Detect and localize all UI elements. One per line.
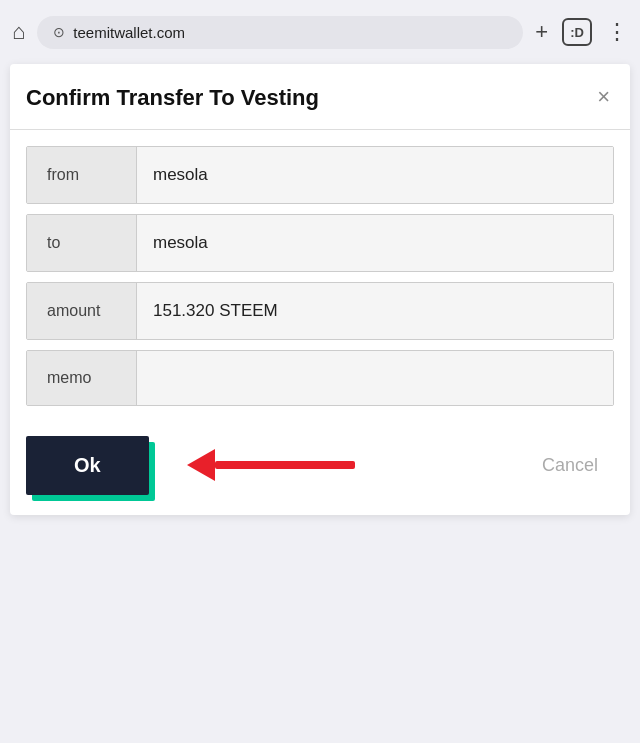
from-value: mesola [137, 147, 613, 203]
browser-chrome: ⌂ ⊙ teemitwallet.com + :D ⋮ [0, 0, 640, 64]
browser-actions: + :D ⋮ [535, 18, 628, 46]
amount-row: amount 151.320 STEEM [26, 282, 614, 340]
home-icon[interactable]: ⌂ [12, 19, 25, 45]
tab-switcher-button[interactable]: :D [562, 18, 592, 46]
memo-value [137, 351, 613, 405]
to-label: to [27, 215, 137, 271]
site-icon: ⊙ [53, 24, 65, 40]
new-tab-button[interactable]: + [535, 19, 548, 45]
header-divider [10, 129, 630, 130]
dialog-title: Confirm Transfer To Vesting [26, 84, 319, 113]
cancel-button[interactable]: Cancel [526, 437, 614, 494]
confirm-transfer-dialog: Confirm Transfer To Vesting × from mesol… [10, 64, 630, 515]
arrow-body [215, 461, 355, 469]
more-options-button[interactable]: ⋮ [606, 19, 628, 45]
url-text: teemitwallet.com [73, 24, 185, 41]
arrow-head [187, 449, 215, 481]
close-button[interactable]: × [593, 84, 614, 110]
to-row: to mesola [26, 214, 614, 272]
amount-label: amount [27, 283, 137, 339]
ok-button-wrapper: Ok [26, 436, 149, 495]
dialog-header: Confirm Transfer To Vesting × [26, 84, 614, 113]
memo-row: memo [26, 350, 614, 406]
address-bar[interactable]: ⊙ teemitwallet.com [37, 16, 523, 49]
from-row: from mesola [26, 146, 614, 204]
amount-value: 151.320 STEEM [137, 283, 613, 339]
from-label: from [27, 147, 137, 203]
to-value: mesola [137, 215, 613, 271]
red-arrow-indicator [189, 449, 355, 481]
memo-label: memo [27, 351, 137, 405]
ok-button[interactable]: Ok [26, 436, 149, 495]
button-row: Ok Cancel [26, 416, 614, 515]
